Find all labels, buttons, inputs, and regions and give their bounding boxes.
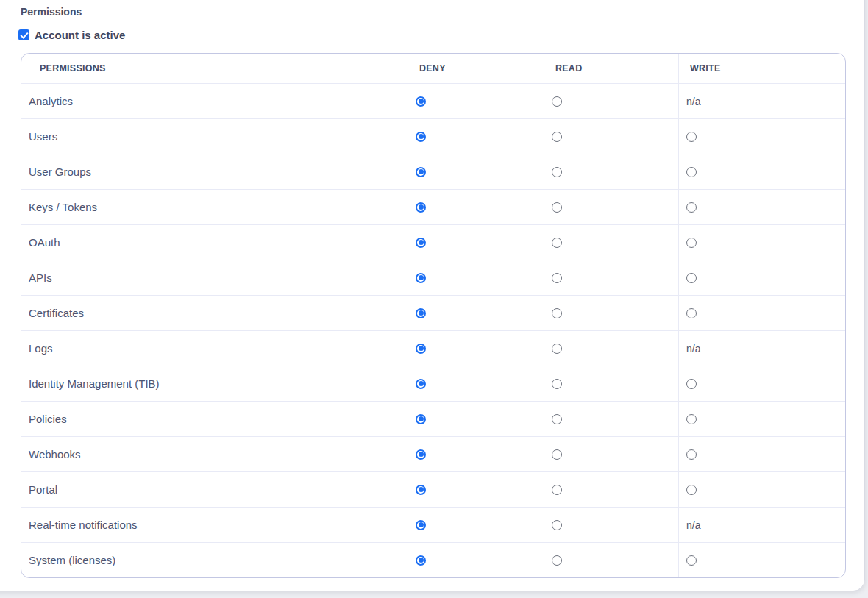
deny-cell	[408, 331, 544, 366]
write-na-text: n/a	[678, 84, 845, 118]
deny-radio[interactable]	[416, 485, 426, 495]
read-radio[interactable]	[552, 414, 562, 424]
read-cell	[544, 366, 678, 401]
account-active-row: Account is active	[18, 29, 125, 41]
write-radio[interactable]	[686, 555, 697, 566]
write-cell	[678, 472, 845, 507]
write-cell	[678, 437, 845, 471]
deny-radio[interactable]	[416, 273, 426, 283]
deny-cell	[408, 154, 544, 189]
deny-radio[interactable]	[416, 132, 426, 142]
read-radio[interactable]	[552, 273, 562, 283]
deny-radio[interactable]	[416, 555, 426, 566]
read-radio[interactable]	[552, 520, 562, 530]
read-cell	[544, 84, 678, 118]
write-radio[interactable]	[686, 379, 697, 389]
permission-row-label: Analytics	[21, 84, 408, 118]
read-cell	[544, 190, 678, 224]
read-radio[interactable]	[552, 379, 562, 389]
write-cell	[678, 225, 845, 260]
deny-radio[interactable]	[416, 238, 426, 248]
write-radio[interactable]	[686, 202, 697, 213]
table-row: APIs	[21, 260, 845, 295]
deny-radio[interactable]	[416, 96, 426, 107]
deny-cell	[408, 260, 544, 295]
account-active-checkbox[interactable]	[18, 29, 29, 40]
write-radio[interactable]	[686, 449, 697, 460]
permission-row-label: Webhooks	[21, 437, 408, 471]
write-radio[interactable]	[686, 485, 697, 495]
permission-row-label: Policies	[21, 402, 408, 436]
write-cell	[678, 154, 845, 189]
table-row: Analyticsn/a	[21, 83, 845, 118]
permission-row-label: Keys / Tokens	[21, 190, 408, 224]
write-cell	[678, 260, 845, 295]
deny-radio[interactable]	[416, 520, 426, 530]
table-row: Real-time notificationsn/a	[21, 507, 845, 542]
deny-cell	[408, 119, 544, 154]
permissions-heading: Permissions	[21, 6, 82, 18]
permission-row-label: System (licenses)	[21, 543, 408, 577]
table-row: Portal	[21, 471, 845, 507]
permission-row-label: User Groups	[21, 154, 408, 189]
deny-cell	[408, 543, 544, 577]
column-header-deny: DENY	[408, 54, 544, 83]
deny-cell	[408, 296, 544, 330]
permission-row-label: Logs	[21, 331, 408, 366]
deny-radio[interactable]	[416, 202, 426, 213]
write-radio[interactable]	[686, 238, 697, 248]
account-active-label: Account is active	[35, 29, 125, 41]
read-radio[interactable]	[552, 449, 562, 460]
table-row: Logsn/a	[21, 330, 845, 366]
deny-radio[interactable]	[416, 414, 426, 424]
read-radio[interactable]	[552, 555, 562, 566]
deny-radio[interactable]	[416, 308, 426, 318]
table-row: Identity Management (TIB)	[21, 366, 845, 401]
read-cell	[544, 402, 678, 436]
read-radio[interactable]	[552, 238, 562, 248]
write-radio[interactable]	[686, 414, 697, 424]
read-radio[interactable]	[552, 167, 562, 177]
read-radio[interactable]	[552, 202, 562, 213]
deny-cell	[408, 402, 544, 436]
read-radio[interactable]	[552, 96, 562, 107]
write-radio[interactable]	[686, 132, 697, 142]
table-row: Policies	[21, 401, 845, 436]
read-cell	[544, 543, 678, 577]
deny-cell	[408, 84, 544, 118]
table-body: Analyticsn/aUsersUser GroupsKeys / Token…	[21, 83, 845, 577]
deny-radio[interactable]	[416, 344, 426, 354]
table-header-row: PERMISSIONS DENY READ WRITE	[21, 54, 845, 83]
write-cell	[678, 366, 845, 401]
read-cell	[544, 331, 678, 366]
deny-cell	[408, 437, 544, 471]
read-radio[interactable]	[552, 344, 562, 354]
write-radio[interactable]	[686, 308, 697, 318]
write-na-text: n/a	[678, 508, 845, 542]
read-radio[interactable]	[552, 132, 562, 142]
table-row: Certificates	[21, 295, 845, 330]
deny-radio[interactable]	[416, 449, 426, 460]
read-radio[interactable]	[552, 308, 562, 318]
table-row: Webhooks	[21, 436, 845, 471]
write-radio[interactable]	[686, 273, 697, 283]
read-radio[interactable]	[552, 485, 562, 495]
read-cell	[544, 437, 678, 471]
column-header-write: WRITE	[678, 54, 845, 83]
write-radio[interactable]	[686, 167, 697, 177]
permissions-table: PERMISSIONS DENY READ WRITE Analyticsn/a…	[21, 53, 846, 578]
deny-radio[interactable]	[416, 167, 426, 177]
read-cell	[544, 472, 678, 507]
table-row: User Groups	[21, 154, 845, 189]
write-cell	[678, 543, 845, 577]
permission-row-label: Users	[21, 119, 408, 154]
read-cell	[544, 119, 678, 154]
permissions-section: Permissions Account is active PERMISSION…	[0, 0, 868, 598]
deny-cell	[408, 190, 544, 224]
read-cell	[544, 225, 678, 260]
permission-row-label: APIs	[21, 260, 408, 295]
table-row: System (licenses)	[21, 542, 845, 577]
column-header-read: READ	[544, 54, 678, 83]
deny-radio[interactable]	[416, 379, 426, 389]
write-cell	[678, 119, 845, 154]
